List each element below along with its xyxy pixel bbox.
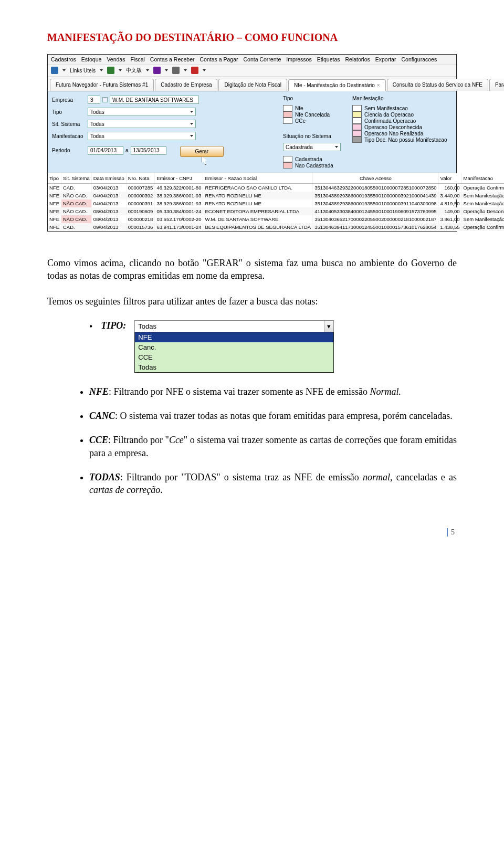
chevron-down-icon[interactable]: ▾ [324,321,333,332]
sit-label: Sit. Sistema [52,121,86,127]
cell: 000007285 [126,184,155,192]
periodo-label: Periodo [52,148,86,153]
cell: 3513043892938600019355001000000391104030… [313,199,438,207]
tool-icon[interactable] [153,67,161,74]
bullet-icon: • [89,321,92,332]
dropdown-icon[interactable] [165,69,168,71]
legend-item: Confirmada Operacao [352,118,452,124]
column-header[interactable]: Emissor - Razao Social [203,173,313,184]
sit-select[interactable]: Todas [88,120,196,128]
cell: 46.329.322/0001-80 [155,184,203,192]
tab[interactable]: Parametros I [489,79,504,91]
menu-item[interactable]: Estoque [81,56,102,62]
definition-item: TODAS: Filtrando por "TODAS" o sistema t… [89,471,457,497]
empresa-label: Empresa [52,97,86,103]
tipo-option[interactable]: Todas [135,362,333,372]
chinese-label[interactable]: 中文版 [126,67,142,74]
dropdown-icon[interactable] [100,69,103,71]
legend-item: Ciencia da Operacao [352,111,452,118]
cell: NFE [48,199,61,207]
dropdown-icon[interactable] [119,69,122,71]
legend-label: Nao Cadastrada [295,163,333,169]
tab[interactable]: Futura Navegador - Futura Sistemas #1 [50,79,154,91]
cell: 63.941.173/0001-24 [155,223,203,231]
menu-item[interactable]: Etiquetas [317,56,340,62]
menu-item[interactable]: Conta Corrente [243,56,281,62]
cell: NÃO CAD. [61,192,92,199]
empresa-name-input[interactable]: W.M. DE SANTANA SOFTWARES [110,96,199,104]
column-header[interactable]: Tipo [48,173,61,184]
menu-item[interactable]: Contas a Pagar [200,56,238,62]
column-header[interactable]: Emissor - CNPJ [155,173,203,184]
cell: 4113040533038400012455001000190609157376… [313,207,438,215]
column-header[interactable]: Manifestacao [461,173,504,184]
tab[interactable]: Digitação de Nota Fiscal [218,79,287,91]
dropdown-icon[interactable] [146,69,149,71]
tab[interactable]: Cadastro de Empresa [155,79,217,91]
term: TODAS [89,472,120,482]
tipo-option[interactable]: CCE [135,352,333,362]
close-icon[interactable]: × [377,82,380,88]
cell: RENATO ROZINELLI ME [203,199,313,207]
gerar-button[interactable]: Gerar [180,146,224,157]
periodo-to-input[interactable]: 13/05/2013 [131,146,166,155]
italic-run: cartas de correção [89,485,160,495]
menu-item[interactable]: Vendas [107,56,125,62]
tipo-dropdown: Todas ▾ NFECanc.CCETodas [134,320,334,373]
column-header[interactable]: Nro. Nota [126,173,155,184]
legend-item: Operacao Nao Realizada [352,130,452,136]
column-header[interactable]: Valor [438,173,461,184]
table-row[interactable]: NFECAD.03/04/201300000728546.329.322/000… [48,184,504,192]
filters-paragraph: Temos os seguintes filtros para utilizar… [47,295,457,308]
table-row[interactable]: NFENÃO CAD.04/04/201300000039238.929.386… [48,192,504,199]
menu-item[interactable]: Contas a Receber [150,56,195,62]
legend-chip [352,136,362,143]
periodo-from-input[interactable]: 01/04/2013 [88,146,123,155]
search-icon[interactable] [102,97,108,102]
filter-panel: Empresa 3 W.M. DE SANTANA SOFTWARES Tipo… [48,91,456,173]
periodo-sep: a [125,148,129,153]
globe-icon[interactable] [107,67,114,74]
tool-icon[interactable] [172,67,180,74]
dropdown-icon[interactable] [62,69,66,71]
tool-icon[interactable] [191,67,198,74]
dropdown-icon[interactable] [203,69,206,71]
column-header[interactable]: Data Emissao [91,173,126,184]
menu-item[interactable]: Fiscal [130,56,144,62]
situacao-select[interactable]: Cadastrada [283,143,341,151]
column-header[interactable]: Sit. Sistema [61,173,92,184]
legend-label: Cadastrada [295,156,322,162]
menu-item[interactable]: Configuracoes [401,56,437,62]
legend-chip [283,156,292,162]
table-row[interactable]: NFECAD.09/04/201300001573663.941.173/000… [48,223,504,231]
cell: 000000391 [126,199,155,207]
italic-run: Cce [169,435,184,445]
cell: NÃO CAD. [61,207,92,215]
tipo-selected[interactable]: Todas [135,321,324,332]
dropdown-icon[interactable] [184,69,187,71]
empresa-code-input[interactable]: 3 [88,96,100,104]
tipo-select[interactable]: Todas [88,108,196,116]
menu-item[interactable]: Impressos [286,56,311,62]
table-row[interactable]: NFENÃO CAD.04/04/201300000039138.929.386… [48,199,504,207]
tipo-option[interactable]: Canc. [135,342,333,352]
links-uteis-label[interactable]: Links Uteis [70,68,96,73]
data-table: TipoSit. SistemaData EmissaoNro. NotaEmi… [48,173,504,231]
column-header[interactable]: Chave Acesso [313,173,438,184]
legend-label: Ciencia da Operacao [364,112,414,118]
table-row[interactable]: NFENÃO CAD.08/04/201300019060905.330.384… [48,207,504,215]
tab-row: Futura Navegador - Futura Sistemas #1Cad… [48,77,456,91]
cell: 4.819,50 [438,199,461,207]
menu-item[interactable]: Cadastros [51,56,76,62]
legend-label: Tipo Doc. Nao possui Manifestacao [364,137,447,143]
definition-list: NFE: Filtrando por NFE o sistema vai tra… [47,385,457,497]
menu-item[interactable]: Exportar [375,56,396,62]
legend-chip [283,118,292,124]
manif-select[interactable]: Todas [88,132,196,140]
tab[interactable]: Nfe - Manifestação do Destinatário× [288,79,386,91]
tipo-label: TIPO: [101,320,126,331]
tipo-option[interactable]: NFE [135,332,333,342]
tab[interactable]: Consulta do Status do Servico da NFE [387,79,488,91]
table-row[interactable]: NFENÃO CAD.08/04/201300000021803.652.170… [48,215,504,223]
menu-item[interactable]: Relatorios [345,56,370,62]
